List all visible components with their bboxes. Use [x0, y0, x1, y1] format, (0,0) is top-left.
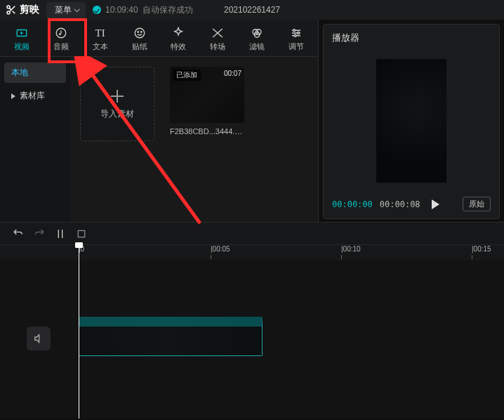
triangle-right-icon — [11, 93, 15, 99]
scissors-icon — [6, 4, 17, 15]
tab-audio[interactable]: 音频 — [42, 24, 80, 56]
timecode-total: 00:00:08 — [380, 199, 420, 209]
tab-adjust[interactable]: 调节 — [277, 24, 315, 56]
svg-point-13 — [294, 34, 296, 37]
project-name: 202102261427 — [224, 5, 280, 15]
media-area: 本地 素材库 导入素材 已添加 00:07 F2B38CBD...3 — [0, 57, 318, 222]
category-tabs: 视频 音频 TI 文本 贴纸 特效 — [0, 20, 318, 57]
svg-point-7 — [140, 32, 142, 33]
tab-effect[interactable]: 特效 — [160, 24, 198, 56]
checkmark-icon — [93, 6, 101, 14]
playhead-line[interactable] — [79, 245, 79, 419]
work-area: 视频 音频 TI 文本 贴纸 特效 — [0, 20, 504, 222]
tab-video[interactable]: 视频 — [3, 24, 41, 56]
audio-icon — [55, 27, 67, 39]
media-sidenav: 本地 素材库 — [0, 57, 70, 222]
tab-filter[interactable]: 滤镜 — [238, 24, 276, 56]
app-logo: 剪映 — [6, 4, 39, 16]
media-body: 导入素材 已添加 00:07 F2B38CBD...3444.mp4 — [70, 57, 318, 222]
svg-point-5 — [135, 28, 145, 38]
split-button[interactable] — [55, 228, 66, 239]
svg-point-0 — [7, 6, 10, 8]
track-mute-button[interactable] — [27, 327, 51, 350]
preview-stage[interactable] — [332, 48, 491, 192]
svg-point-6 — [138, 32, 139, 33]
app-name: 剪映 — [20, 4, 39, 16]
added-badge: 已添加 — [173, 70, 201, 81]
ruler-mark: |00:10 — [341, 245, 361, 253]
sidenav-library[interactable]: 素材库 — [4, 86, 66, 106]
undo-button[interactable] — [13, 228, 24, 239]
play-button[interactable] — [432, 199, 439, 209]
original-ratio-button[interactable]: 原始 — [463, 197, 491, 211]
clip-duration: 00:07 — [224, 70, 241, 77]
preview-frame — [376, 59, 446, 183]
timeline-clip-label: F2B38CBD-91FF-4E6C-80B9-EB8D08293444.mp4… — [82, 317, 254, 325]
tab-sticker[interactable]: 贴纸 — [121, 24, 159, 56]
preview-panel: 播放器 00:00:00 00:00:08 原始 — [323, 24, 500, 219]
svg-point-11 — [293, 29, 296, 32]
sidenav-local[interactable]: 本地 — [4, 63, 66, 83]
timecode-current: 00:00:00 — [332, 199, 373, 209]
timeline: |0 |00:05 |00:10 |00:15 F2B38CBD-91FF-4E… — [0, 222, 504, 419]
text-icon: TI — [94, 27, 107, 39]
speaker-icon — [33, 333, 44, 344]
transition-icon — [211, 27, 224, 39]
adjust-icon — [290, 27, 303, 39]
preview-controls: 00:00:00 00:00:08 原始 — [332, 197, 491, 211]
svg-point-12 — [298, 32, 300, 34]
redo-button[interactable] — [34, 228, 45, 239]
svg-point-1 — [7, 11, 10, 14]
ruler-mark: |00:05 — [211, 245, 230, 253]
media-panel: 视频 音频 TI 文本 贴纸 特效 — [0, 20, 319, 222]
svg-rect-14 — [78, 230, 84, 237]
filter-icon — [251, 27, 263, 39]
timeline-clip[interactable]: F2B38CBD-91FF-4E6C-80B9-EB8D08293444.mp4… — [79, 317, 263, 356]
svg-point-4 — [59, 33, 61, 35]
clip-filename: F2B38CBD...3444.mp4 — [170, 127, 244, 136]
media-clip: 已添加 00:07 F2B38CBD...3444.mp4 — [170, 67, 244, 136]
tab-text[interactable]: TI 文本 — [81, 24, 119, 56]
plus-icon — [110, 88, 125, 104]
sticker-icon — [133, 27, 146, 39]
chevron-down-icon — [74, 6, 79, 12]
video-icon — [15, 27, 28, 39]
menu-button[interactable]: 菜单 — [46, 2, 86, 18]
crop-button[interactable] — [76, 228, 87, 239]
title-bar: 剪映 菜单 10:09:40 自动保存成功 202102261427 — [0, 0, 504, 20]
ruler-mark: |00:15 — [472, 245, 491, 253]
timeline-tracks[interactable]: F2B38CBD-91FF-4E6C-80B9-EB8D08293444.mp4… — [0, 261, 504, 419]
effect-icon — [172, 27, 185, 39]
clip-thumbnail[interactable]: 已添加 00:07 — [170, 67, 244, 123]
import-media-tile[interactable]: 导入素材 — [80, 67, 154, 141]
preview-title: 播放器 — [332, 32, 491, 44]
tab-transition[interactable]: 转场 — [199, 24, 237, 56]
autosave-status: 10:09:40 自动保存成功 — [93, 4, 193, 16]
